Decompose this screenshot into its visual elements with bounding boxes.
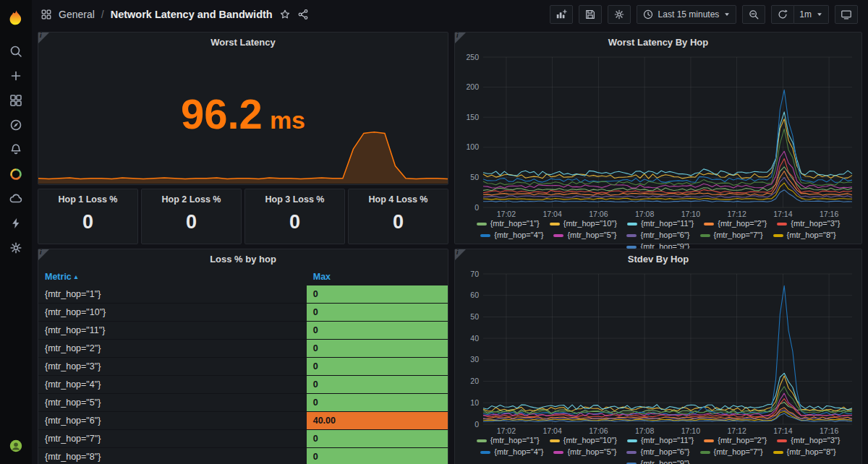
alerting-bell-icon[interactable] bbox=[0, 137, 32, 162]
svg-text:17:10: 17:10 bbox=[681, 426, 700, 435]
legend-item[interactable]: {mtr_hop="1"} bbox=[477, 436, 540, 445]
gear-icon[interactable] bbox=[0, 236, 32, 260]
panel-title-worst-latency-by-hop[interactable]: Worst Latency By Hop bbox=[455, 33, 861, 51]
legend-item[interactable]: {mtr_hop="3"} bbox=[777, 436, 840, 445]
metric-cell: {mtr_hop="11"} bbox=[38, 322, 307, 339]
panel-info-icon[interactable]: i bbox=[38, 33, 49, 43]
plus-icon[interactable] bbox=[0, 64, 32, 88]
metric-column-label: Metric bbox=[45, 272, 72, 282]
refresh-interval-button[interactable]: 1m bbox=[794, 5, 829, 24]
legend-item[interactable]: {mtr_hop="7"} bbox=[700, 447, 763, 457]
time-range-label: Last 15 minutes bbox=[658, 9, 720, 20]
stat-big-value: 96.2 ms bbox=[38, 93, 448, 135]
legend-marker bbox=[550, 439, 560, 442]
max-cell: 0 bbox=[307, 358, 448, 375]
add-panel-button[interactable] bbox=[550, 5, 573, 24]
avatar-icon[interactable] bbox=[0, 434, 32, 458]
legend-item[interactable]: {mtr_hop="11"} bbox=[627, 436, 694, 445]
legend-item[interactable]: {mtr_hop="2"} bbox=[704, 219, 767, 228]
max-cell: 0 bbox=[307, 304, 448, 321]
panel-title[interactable]: Hop 3 Loss % bbox=[245, 189, 344, 205]
panel-info-icon[interactable]: i bbox=[455, 33, 466, 43]
stat-value: 0 bbox=[38, 211, 137, 233]
save-dashboard-button[interactable] bbox=[579, 5, 602, 24]
explore-compass-icon[interactable] bbox=[0, 113, 32, 137]
legend-label: {mtr_hop="2"} bbox=[718, 219, 767, 228]
panel-info-icon[interactable]: i bbox=[38, 249, 49, 260]
svg-text:17:06: 17:06 bbox=[589, 210, 608, 218]
legend-label: {mtr_hop="11"} bbox=[641, 436, 694, 445]
panel-title[interactable]: Hop 4 Loss % bbox=[349, 189, 448, 205]
zoom-out-button[interactable] bbox=[742, 5, 765, 24]
column-header-metric[interactable]: Metric ▴ bbox=[38, 272, 307, 282]
legend-marker bbox=[477, 223, 487, 225]
latency-chart-canvas[interactable]: 05010015020025017:0217:0417:0617:0817:10… bbox=[460, 51, 856, 219]
legend-marker bbox=[700, 451, 710, 454]
bolt-icon[interactable] bbox=[0, 211, 32, 236]
breadcrumb-folder[interactable]: General bbox=[59, 9, 95, 20]
table-row: {mtr_hop="5"}0 bbox=[38, 394, 448, 412]
apps-grid-icon[interactable] bbox=[41, 9, 52, 20]
metric-cell: {mtr_hop="5"} bbox=[38, 394, 307, 411]
share-icon[interactable] bbox=[297, 9, 309, 20]
cloud-icon[interactable] bbox=[0, 186, 32, 211]
legend-item[interactable]: {mtr_hop="6"} bbox=[626, 231, 689, 240]
legend-item[interactable]: {mtr_hop="8"} bbox=[773, 231, 836, 240]
panel-title[interactable]: Hop 2 Loss % bbox=[142, 189, 241, 205]
app-plugin-icon[interactable] bbox=[0, 162, 32, 186]
legend-item[interactable]: {mtr_hop="9"} bbox=[626, 459, 689, 464]
stdev-chart-legend: {mtr_hop="1"}{mtr_hop="10"}{mtr_hop="11"… bbox=[462, 436, 854, 464]
metric-cell: {mtr_hop="1"} bbox=[38, 285, 307, 303]
svg-text:20: 20 bbox=[470, 377, 479, 385]
legend-marker bbox=[773, 234, 783, 237]
legend-item[interactable]: {mtr_hop="5"} bbox=[553, 447, 616, 457]
legend-item[interactable]: {mtr_hop="8"} bbox=[773, 447, 836, 457]
svg-text:200: 200 bbox=[466, 82, 479, 91]
svg-text:17:14: 17:14 bbox=[773, 210, 792, 218]
svg-text:17:04: 17:04 bbox=[542, 426, 561, 435]
panel-title[interactable]: Hop 1 Loss % bbox=[38, 189, 137, 205]
legend-label: {mtr_hop="5"} bbox=[567, 231, 616, 240]
time-range-button[interactable]: Last 15 minutes bbox=[637, 5, 737, 24]
stdev-chart-canvas[interactable]: 01020304050607017:0217:0417:0617:0817:10… bbox=[460, 268, 856, 436]
svg-text:17:14: 17:14 bbox=[773, 426, 792, 435]
legend-marker bbox=[777, 223, 787, 225]
legend-marker bbox=[553, 451, 563, 454]
dashboard-settings-button[interactable] bbox=[608, 5, 631, 24]
svg-text:17:06: 17:06 bbox=[589, 426, 608, 435]
panel-worst-latency: i Worst Latency 96.2 ms bbox=[38, 32, 448, 185]
search-icon[interactable] bbox=[0, 39, 32, 64]
legend-item[interactable]: {mtr_hop="10"} bbox=[550, 436, 617, 445]
panel-title-worst-latency[interactable]: Worst Latency bbox=[38, 33, 448, 51]
refresh-button[interactable] bbox=[771, 5, 794, 24]
legend-item[interactable]: {mtr_hop="4"} bbox=[480, 231, 543, 240]
dashboards-icon[interactable] bbox=[0, 88, 32, 113]
legend-label: {mtr_hop="10"} bbox=[563, 436, 617, 445]
legend-item[interactable]: {mtr_hop="6"} bbox=[626, 447, 689, 457]
svg-text:60: 60 bbox=[470, 291, 479, 299]
grafana-logo[interactable] bbox=[0, 3, 32, 35]
legend-marker bbox=[550, 223, 560, 225]
legend-label: {mtr_hop="11"} bbox=[641, 219, 694, 228]
star-icon[interactable] bbox=[279, 9, 291, 20]
legend-item[interactable]: {mtr_hop="5"} bbox=[553, 231, 616, 240]
legend-marker bbox=[773, 451, 783, 454]
legend-item[interactable]: {mtr_hop="2"} bbox=[704, 436, 767, 445]
legend-item[interactable]: {mtr_hop="3"} bbox=[777, 219, 840, 228]
panel-title-stdev-by-hop[interactable]: Stdev By Hop bbox=[455, 249, 861, 268]
legend-label: {mtr_hop="8"} bbox=[787, 447, 836, 457]
panel-info-icon[interactable]: i bbox=[455, 249, 466, 260]
svg-text:17:12: 17:12 bbox=[727, 210, 746, 218]
stat-value: 0 bbox=[349, 211, 448, 233]
legend-item[interactable]: {mtr_hop="10"} bbox=[550, 219, 617, 228]
legend-marker bbox=[627, 223, 637, 225]
legend-item[interactable]: {mtr_hop="4"} bbox=[480, 447, 543, 457]
panel-title-loss-by-hop[interactable]: Loss % by hop bbox=[38, 249, 448, 268]
sidebar-bottom bbox=[0, 434, 32, 458]
legend-label: {mtr_hop="4"} bbox=[494, 231, 543, 240]
legend-item[interactable]: {mtr_hop="7"} bbox=[700, 231, 763, 240]
legend-item[interactable]: {mtr_hop="11"} bbox=[627, 219, 694, 228]
column-header-max[interactable]: Max bbox=[307, 272, 448, 282]
legend-item[interactable]: {mtr_hop="1"} bbox=[477, 219, 540, 228]
cycle-view-mode-button[interactable] bbox=[835, 5, 858, 24]
